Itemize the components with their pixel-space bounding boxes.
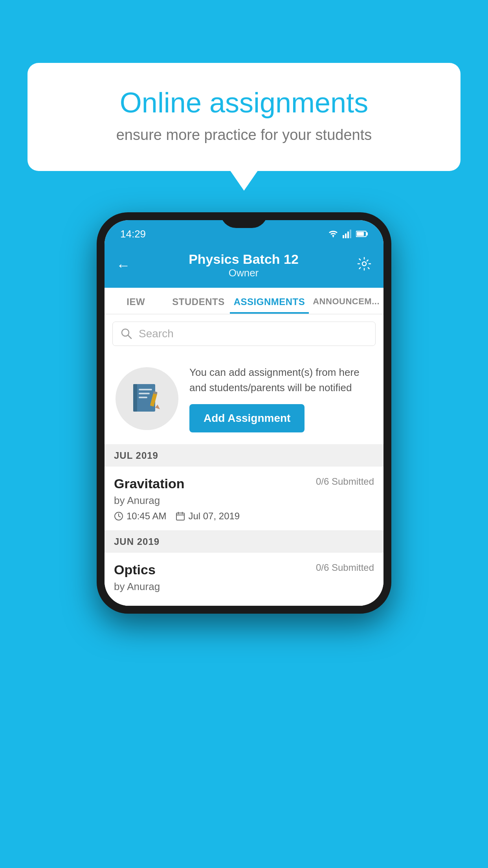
header-title-group: Physics Batch 12 Owner [189,252,299,279]
status-icons [328,230,368,238]
phone-wrapper: 14:29 [97,212,391,614]
assignment-submitted: 0/6 Submitted [316,476,374,487]
promo-description: You can add assignment(s) from here and … [189,365,372,395]
assignment-meta: 10:45 AM Jul 07, 2019 [114,511,374,522]
section-header-jul: JUL 2019 [105,445,383,467]
header-subtitle: Owner [189,267,299,279]
battery-icon [356,230,368,237]
clock-icon [114,511,123,521]
header-title: Physics Batch 12 [189,252,299,267]
svg-rect-6 [367,232,368,235]
svg-rect-5 [357,232,364,236]
tab-assignments[interactable]: ASSIGNMENTS [230,288,309,314]
tabs-bar: IEW STUDENTS ASSIGNMENTS ANNOUNCEM... [105,288,383,314]
tab-announcements[interactable]: ANNOUNCEM... [309,288,383,314]
notebook-icon [129,381,165,416]
speech-bubble-title: Online assignments [59,86,429,119]
signal-icon [343,230,352,238]
tab-iew[interactable]: IEW [105,288,167,314]
assignment-row-top-optics: Optics 0/6 Submitted [114,562,374,577]
add-assignment-promo: You can add assignment(s) from here and … [105,353,383,445]
phone-screen: 14:29 [105,220,383,606]
settings-button[interactable] [357,256,372,275]
svg-rect-14 [139,397,147,398]
svg-rect-2 [347,232,349,238]
assignment-name: Gravitation [114,476,184,491]
svg-point-7 [362,262,366,266]
calendar-icon [176,511,185,521]
promo-icon-circle [116,367,178,430]
search-input-wrapper[interactable]: Search [112,322,376,346]
assignment-author: by Anurag [114,495,374,507]
app-header: ← Physics Batch 12 Owner [105,245,383,288]
phone-outer: 14:29 [97,212,391,614]
status-time: 14:29 [120,228,146,240]
svg-line-9 [128,335,131,338]
promo-content: You can add assignment(s) from here and … [189,365,372,432]
svg-rect-3 [350,230,351,238]
optics-submitted: 0/6 Submitted [316,562,374,573]
search-input[interactable]: Search [139,327,174,340]
search-icon [121,328,132,340]
back-button[interactable]: ← [116,257,130,274]
speech-bubble-container: Online assignments ensure more practice … [28,63,460,171]
optics-author: by Anurag [114,581,374,593]
svg-marker-16 [155,405,160,409]
gear-icon [357,256,372,271]
tab-students[interactable]: STUDENTS [167,288,229,314]
assignment-item-optics[interactable]: Optics 0/6 Submitted by Anurag [105,553,383,606]
svg-rect-1 [345,234,347,238]
add-assignment-button[interactable]: Add Assignment [189,404,305,432]
svg-rect-13 [139,393,150,394]
speech-bubble: Online assignments ensure more practice … [28,63,460,171]
svg-rect-12 [139,389,152,390]
assignment-row-top: Gravitation 0/6 Submitted [114,476,374,491]
assignment-date: Jul 07, 2019 [176,511,240,522]
assignment-item-gravitation[interactable]: Gravitation 0/6 Submitted by Anurag 10:4… [105,467,383,531]
speech-bubble-subtitle: ensure more practice for your students [59,127,429,143]
wifi-icon [328,230,339,238]
svg-rect-0 [343,235,344,238]
assignment-time: 10:45 AM [114,511,166,522]
optics-name: Optics [114,562,156,577]
svg-rect-11 [133,384,137,412]
svg-rect-19 [176,513,184,520]
section-header-jun: JUN 2019 [105,531,383,553]
search-container: Search [105,314,383,353]
